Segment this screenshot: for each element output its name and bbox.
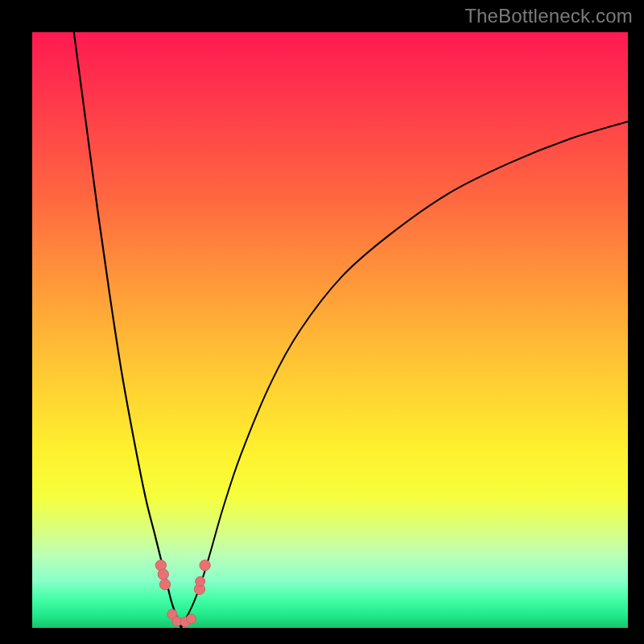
chart-frame: TheBottleneck.com: [0, 0, 644, 644]
watermark-text: TheBottleneck.com: [464, 5, 633, 27]
marker-group: [155, 560, 210, 627]
curve-right-branch: [181, 122, 628, 628]
data-marker: [158, 569, 168, 580]
plot-area: [32, 32, 628, 628]
curve-left-branch: [74, 32, 181, 628]
data-marker: [159, 579, 170, 589]
data-marker: [200, 560, 210, 571]
data-marker: [196, 576, 205, 586]
chart-svg: [32, 32, 628, 628]
data-marker: [187, 614, 196, 624]
